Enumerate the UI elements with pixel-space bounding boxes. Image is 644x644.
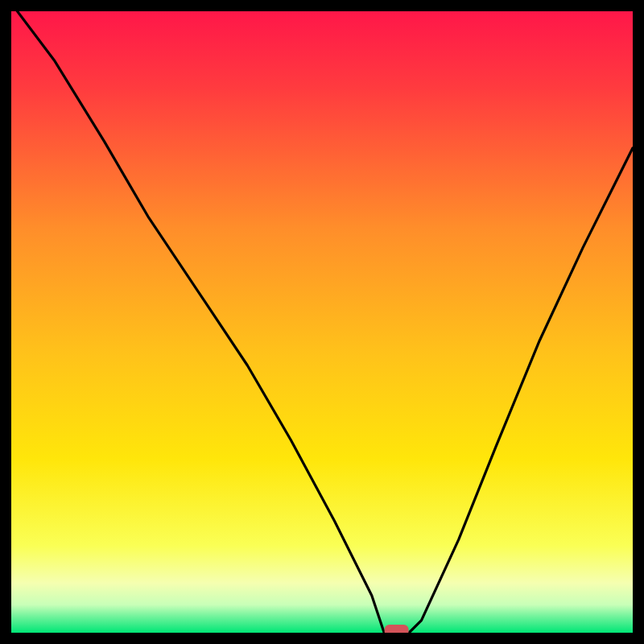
- optimum-marker: [385, 625, 409, 633]
- gradient-background: [11, 11, 633, 633]
- chart-frame: TheBottleneck.com: [0, 0, 644, 644]
- bottleneck-chart: [11, 11, 633, 633]
